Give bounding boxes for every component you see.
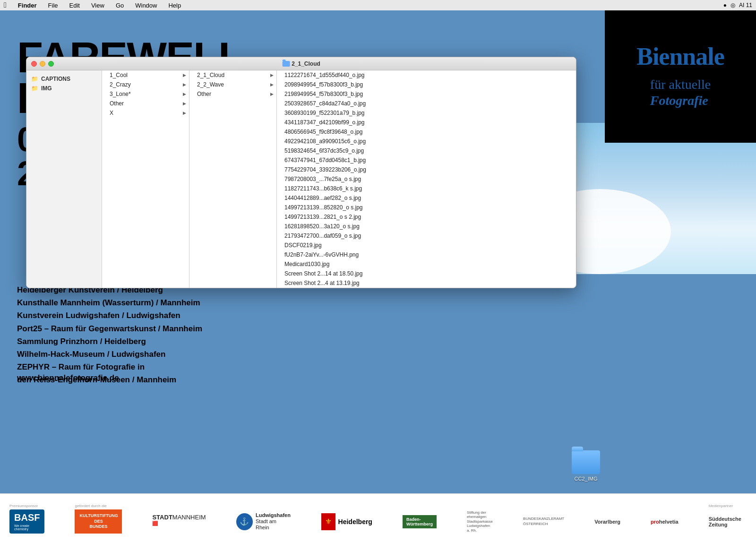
stiftung-logo: Stiftung der ehemaligen Stadtsparkasse L… bbox=[467, 510, 493, 534]
menu-go[interactable]: Go bbox=[114, 2, 126, 9]
sidebar-item-captions[interactable]: 📁 CAPTIONS bbox=[26, 74, 102, 84]
list-item[interactable]: 5198324654_6f37dc35c9_o.jpg bbox=[277, 146, 576, 155]
heidelberg-logo: ⚜ Heidelberg bbox=[321, 510, 372, 534]
close-button[interactable] bbox=[31, 61, 37, 67]
list-item[interactable]: 7754229704_339223b206_o.jpg bbox=[277, 165, 576, 174]
vorarlberg-logo: Vorarlberg bbox=[594, 510, 620, 534]
finder-sidebar: 📁 CAPTIONS 📁 IMG bbox=[26, 70, 102, 288]
list-item[interactable]: Screen Shot 2...14 at 18.50.jpg bbox=[277, 269, 576, 278]
sponsor-label bbox=[594, 504, 595, 508]
list-item[interactable]: 21793472700...daf059_o s.jpg bbox=[277, 231, 576, 241]
sponsor-label bbox=[651, 504, 652, 508]
finder-body: 📁 CAPTIONS 📁 IMG 1_Cool ▶ 2_Crazy ▶ 3_Lo… bbox=[26, 70, 576, 288]
sponsor-sz: Medienpartner Süddeutsche Zeitung bbox=[709, 504, 741, 534]
finder-column-2: 2_1_Cloud ▶ 2_2_Wave ▶ Other ▶ bbox=[189, 70, 277, 288]
list-item[interactable]: Screen Shot 2...4 at 13.19.jpg bbox=[277, 278, 576, 288]
list-item[interactable]: Other ▶ bbox=[102, 99, 189, 108]
sponsor-label bbox=[321, 504, 322, 508]
menu-edit[interactable]: Edit bbox=[68, 2, 82, 9]
list-item[interactable]: fU2nB7-2aiYv...-6vGVHH.png bbox=[277, 250, 576, 259]
folder-label: CC2_IMG bbox=[575, 476, 598, 482]
list-item[interactable]: 11827211743...b638c6_k s.jpg bbox=[277, 184, 576, 193]
list-item[interactable]: 2198949954_f57b8300f3_b.jpg bbox=[277, 89, 576, 99]
list-item[interactable]: Medicard1030.jpg bbox=[277, 259, 576, 269]
desktop-folder[interactable]: CC2_IMG bbox=[567, 450, 605, 482]
menu-record-icon: ● bbox=[723, 2, 727, 9]
list-item[interactable]: 2_2_Wave ▶ bbox=[189, 80, 276, 89]
sponsor-mannheim: STADTMANNHEIM🟥 bbox=[152, 504, 206, 534]
list-item[interactable]: 4922942108_a9909015c6_o.jpg bbox=[277, 137, 576, 146]
maximize-button[interactable] bbox=[48, 61, 54, 67]
biennale-logo: Biennale für aktuelle Fotografie bbox=[605, 10, 756, 143]
basf-logo: BASF We create chemistry bbox=[9, 510, 44, 534]
folder-icon-large bbox=[572, 450, 600, 474]
biennale-subtitle: für aktuelle Fotografie bbox=[650, 77, 711, 108]
list-item[interactable]: 7987208003_...7fe25a_o s.jpg bbox=[277, 174, 576, 184]
list-item[interactable]: 14997213139...852820_o s.jpg bbox=[277, 203, 576, 212]
venue-item: ZEPHYR – Raum für Fotografie in bbox=[17, 361, 202, 373]
list-item[interactable]: 1122271674_1d555df440_o.jpg bbox=[277, 70, 576, 80]
list-item[interactable]: 2098949954_f57b8300f3_b.jpg bbox=[277, 80, 576, 89]
sponsor-ludwigshafen: ⚓ Ludwigshafen Stadt am Rhein bbox=[236, 504, 291, 534]
sidebar-folder-icon: 📁 bbox=[31, 85, 38, 92]
list-item[interactable]: 1_Cool ▶ bbox=[102, 70, 189, 80]
list-item[interactable]: 6743747941_67dd0458c1_b.jpg bbox=[277, 155, 576, 165]
apple-menu[interactable]:  bbox=[4, 1, 7, 9]
venue-item: Sammlung Prinzhorn / Heidelberg bbox=[17, 335, 202, 348]
minimize-button[interactable] bbox=[40, 61, 45, 67]
list-item[interactable]: X ▶ bbox=[102, 108, 189, 118]
website-url: www.biennalefotografie.de bbox=[17, 373, 119, 383]
biennale-subtitle-line1: für aktuelle bbox=[650, 77, 711, 92]
menu-help[interactable]: Help bbox=[166, 2, 183, 9]
sz-logo: Süddeutsche Zeitung bbox=[709, 510, 741, 534]
biennale-subtitle-line2: Fotografie bbox=[650, 93, 708, 108]
prohelvetia-logo: prohelvetia bbox=[651, 510, 679, 534]
sponsor-prohelvetia: prohelvetia bbox=[651, 504, 679, 534]
venue-item: Kunstverein Ludwigshafen / Ludwigshafen bbox=[17, 309, 202, 322]
list-item[interactable]: 3_Lone* ▶ bbox=[102, 89, 189, 99]
sponsor-heidelberg: ⚜ Heidelberg bbox=[321, 504, 372, 534]
sponsor-label bbox=[403, 504, 404, 508]
list-item[interactable]: DSCF0219.jpg bbox=[277, 241, 576, 250]
sponsor-bawue: Baden-Württemberg bbox=[403, 504, 437, 534]
list-item[interactable]: 4341187347_d42109bf99_o.jpg bbox=[277, 118, 576, 127]
menu-view[interactable]: View bbox=[89, 2, 106, 9]
venue-item: Wilhelm-Hack-Museum / Ludwigshafen bbox=[17, 348, 202, 361]
menu-finder[interactable]: Finder bbox=[16, 2, 39, 9]
list-item[interactable]: 14997213139...2821_o s 2.jpg bbox=[277, 212, 576, 222]
list-item[interactable]: 14404412889...aef282_o s.jpg bbox=[277, 193, 576, 203]
finder-column-3: 1122271674_1d555df440_o.jpg 2098949954_f… bbox=[277, 70, 576, 288]
sidebar-item-img[interactable]: 📁 IMG bbox=[26, 84, 102, 93]
list-item[interactable]: 3608930199_f522301a79_b.jpg bbox=[277, 108, 576, 118]
venue-item: Kunsthalle Mannheim (Wasserturm) / Mannh… bbox=[17, 296, 202, 309]
finder-window-title: 2_1_Cloud bbox=[282, 60, 320, 67]
sponsor-stiftung: Stiftung der ehemaligen Stadtsparkasse L… bbox=[467, 504, 493, 534]
sponsor-vorarlberg: Vorarlberg bbox=[594, 504, 620, 534]
finder-titlebar: 2_1_Cloud bbox=[26, 57, 576, 70]
finder-column-1: 1_Cool ▶ 2_Crazy ▶ 3_Lone* ▶ Other ▶ X ▶ bbox=[102, 70, 189, 288]
venue-item: Port25 – Raum für Gegenwartskunst / Mann… bbox=[17, 322, 202, 335]
list-item[interactable]: 2_Crazy ▶ bbox=[102, 80, 189, 89]
menu-file[interactable]: File bbox=[46, 2, 60, 9]
bawue-logo: Baden-Württemberg bbox=[403, 510, 437, 534]
ludwigshafen-logo: ⚓ Ludwigshafen Stadt am Rhein bbox=[236, 510, 291, 534]
list-item[interactable]: 4806566945_f9c8f39648_o.jpg bbox=[277, 127, 576, 137]
biennale-title: Biennale bbox=[636, 44, 724, 69]
medienpartner-label: Medienpartner bbox=[709, 504, 733, 508]
bundeskanzleramt-logo: BUNDESKANZLERAMTÖSTERREICH bbox=[523, 510, 564, 534]
finder-window: 2_1_Cloud 📁 CAPTIONS 📁 IMG 1_Cool ▶ 2_Cr… bbox=[26, 57, 576, 288]
list-item[interactable]: 2503928657_c84da274a0_o.jpg bbox=[277, 99, 576, 108]
menu-ai-indicator: AI 11 bbox=[739, 2, 752, 9]
list-item[interactable]: 16281898520...3a120_o s.jpg bbox=[277, 222, 576, 231]
list-item[interactable]: Other ▶ bbox=[189, 89, 276, 99]
list-item[interactable]: 2_1_Cloud ▶ bbox=[189, 70, 276, 80]
menu-window[interactable]: Window bbox=[133, 2, 159, 9]
folder-icon bbox=[282, 61, 290, 67]
mannheim-logo: STADTMANNHEIM🟥 bbox=[152, 510, 206, 534]
venues-list: Heidelberger Kunstverein / Heidelberg Ku… bbox=[17, 284, 202, 387]
sponsor-bar: Premiumsponsor BASF We create chemistry … bbox=[0, 493, 756, 543]
menubar:  Finder File Edit View Go Window Help ●… bbox=[0, 0, 756, 10]
sponsor-label bbox=[523, 504, 524, 508]
sidebar-folder-icon: 📁 bbox=[31, 76, 38, 82]
premium-sponsor-label: Premiumsponsor bbox=[9, 504, 38, 508]
